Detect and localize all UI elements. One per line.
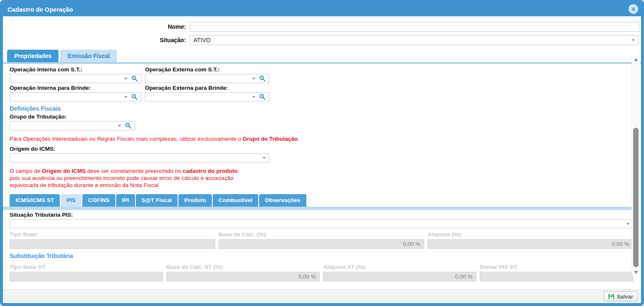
op-interna-brinde-combo[interactable] xyxy=(10,92,141,101)
tab-observacoes[interactable]: Observações xyxy=(259,194,306,207)
dialog-title: Cadastro de Operação xyxy=(8,6,73,13)
base-calc-st-field: 0,00 % xyxy=(166,272,320,281)
save-button[interactable]: Salvar xyxy=(603,291,638,301)
pis-values-row: Tipo Base: Base de Cálc. (%): 0,00 % Alí… xyxy=(10,228,633,249)
header-form: Nome: Situação: ATIVO xyxy=(3,16,641,45)
search-icon[interactable] xyxy=(259,75,266,82)
situacao-row: Situação: ATIVO xyxy=(3,35,641,45)
op-externa-st-combo[interactable] xyxy=(145,74,269,83)
grupo-tributacao-combo[interactable] xyxy=(10,121,135,130)
op-interna-st-combo[interactable] xyxy=(10,74,141,83)
base-calc-field: 0,00 % xyxy=(219,239,424,249)
tab-produto[interactable]: Produto xyxy=(178,194,212,207)
operacao-brinde-row: Operação Interna para Brinde: Operação E… xyxy=(10,83,633,101)
search-icon[interactable] xyxy=(131,75,138,82)
situacao-tributaria-pis-label: Situação Tributária PIS: xyxy=(10,212,633,218)
pis-st-values-row: Tipo Base ST: Base de Cálc. ST (%): 0,00… xyxy=(10,261,633,281)
cadastro-operacao-dialog: Cadastro de Operação ✕ Nome: Situação: A… xyxy=(0,0,644,306)
origem-icms-warning: O campo de Origem do ICMS deve ser corre… xyxy=(10,167,633,189)
scrollbar-thumb[interactable] xyxy=(633,128,639,267)
chevron-down-icon xyxy=(118,125,121,127)
search-icon[interactable] xyxy=(125,122,132,129)
definicoes-fiscais-heading: Definições Fiscais xyxy=(10,105,633,112)
op-interna-st-label: Operação Interna com S.T.: xyxy=(10,66,145,73)
chevron-down-icon xyxy=(626,223,630,225)
operacao-st-row: Operação Interna com S.T.: Operação Exte… xyxy=(10,65,633,83)
search-icon[interactable] xyxy=(259,94,266,100)
tipo-base-label: Tipo Base: xyxy=(10,231,215,238)
tab-combustivel[interactable]: Combustível xyxy=(213,194,258,207)
origem-icms-label: Origem do ICMS: xyxy=(10,146,633,152)
chevron-down-icon xyxy=(124,96,127,98)
aliquota-label: Alíquota (%): xyxy=(428,231,633,238)
tax-tab-bar: ICMS/ICMS ST PIS COFINS IPI S@T Fiscal P… xyxy=(10,194,633,207)
tab-cofins[interactable]: COFINS xyxy=(82,194,115,207)
nome-label: Nome: xyxy=(3,23,190,30)
propriedades-panel: Operação Interna com S.T.: Operação Exte… xyxy=(3,64,633,281)
floppy-disk-icon xyxy=(608,293,614,300)
chevron-down-icon xyxy=(252,96,255,98)
somar-pis-st-label: Somar PIS ST: xyxy=(480,264,633,270)
aliquota-st-label: Alíquota ST (%): xyxy=(323,264,476,270)
chevron-down-icon xyxy=(124,78,127,80)
nome-row: Nome: xyxy=(3,22,641,32)
situacao-select[interactable]: ATIVO xyxy=(190,35,639,45)
dialog-footer: Salvar xyxy=(3,289,641,303)
scroll-down-icon[interactable] xyxy=(634,271,638,274)
op-externa-brinde-label: Operação Externa para Brinde: xyxy=(145,85,269,91)
base-calc-st-label: Base de Cálc. ST (%): xyxy=(166,264,320,270)
save-button-label: Salvar xyxy=(617,293,633,300)
situacao-tributaria-pis-select[interactable] xyxy=(10,219,633,228)
main-tab-bar: Propriedades Emissão Fiscal xyxy=(3,50,641,62)
aliquota-field: 0,00 % xyxy=(428,239,633,249)
op-interna-brinde-label: Operação Interna para Brinde: xyxy=(10,85,145,91)
chevron-down-icon xyxy=(262,157,266,159)
tab-icms-icms-st[interactable]: ICMS/ICMS ST xyxy=(10,194,60,207)
substituicao-tributaria-heading: Substituição Tributária xyxy=(10,253,633,259)
tax-tab-underline xyxy=(3,207,633,210)
situacao-value: ATIVO xyxy=(190,37,211,43)
nome-input[interactable] xyxy=(190,22,639,32)
tab-sat-fiscal[interactable]: S@T Fiscal xyxy=(136,194,178,207)
tipo-base-field xyxy=(10,239,215,249)
dialog-titlebar: Cadastro de Operação ✕ xyxy=(3,3,641,16)
aliquota-st-field: 0,00 % xyxy=(323,272,476,281)
tab-propriedades[interactable]: Propriedades xyxy=(7,50,59,62)
search-icon[interactable] xyxy=(131,94,138,100)
grupo-tributacao-label: Grupo de Tributação: xyxy=(10,114,633,120)
vertical-scrollbar[interactable] xyxy=(631,56,640,276)
situacao-label: Situação: xyxy=(3,37,190,43)
tipo-base-st-label: Tipo Base ST: xyxy=(10,264,163,270)
tipo-base-st-field xyxy=(10,272,163,281)
tab-ipi[interactable]: IPI xyxy=(116,194,135,207)
tab-emissao-fiscal[interactable]: Emissão Fiscal xyxy=(60,50,117,62)
close-icon[interactable]: ✕ xyxy=(629,4,638,14)
origem-icms-select[interactable] xyxy=(10,153,269,162)
base-calc-label: Base de Cálc. (%): xyxy=(219,231,424,238)
op-externa-st-label: Operação Externa com S.T.: xyxy=(145,66,269,73)
op-externa-brinde-combo[interactable] xyxy=(145,92,269,101)
tab-pis[interactable]: PIS xyxy=(61,194,81,207)
scroll-up-icon[interactable] xyxy=(634,58,638,61)
chevron-down-icon xyxy=(631,39,635,41)
chevron-down-icon xyxy=(252,78,255,80)
grupo-tributacao-warning: Para Operações Interestaduais ou Regras … xyxy=(10,135,633,142)
pis-panel: Situação Tributária PIS: Tipo Base: Base… xyxy=(10,212,633,281)
somar-pis-st-field xyxy=(480,272,633,281)
